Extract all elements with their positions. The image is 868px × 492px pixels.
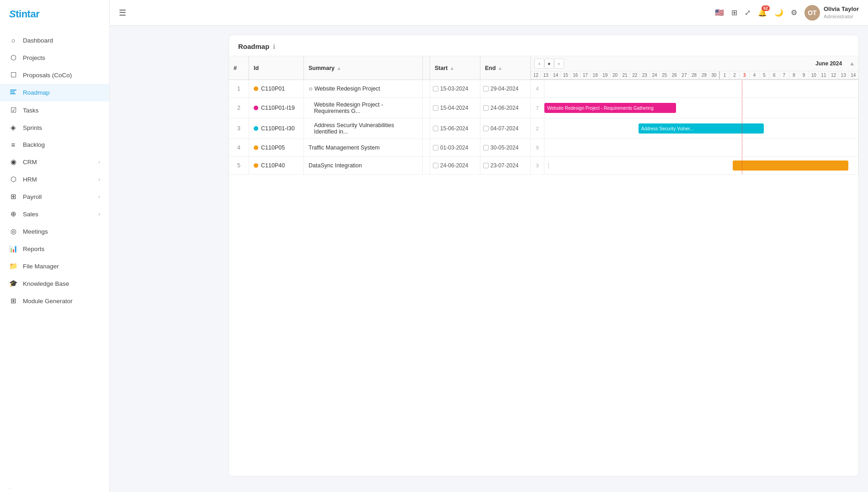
sidebar-item-filemanager[interactable]: 📁File Manager: [0, 257, 109, 275]
main-content: Roadmap ℹ # Id Summary ▲ Start ▲: [219, 26, 868, 492]
chart-date-26: 8: [789, 71, 799, 79]
chart-header: ‹ ● › June 2024 ▲ 1213141516171819202122…: [531, 56, 858, 80]
sidebar-item-meetings[interactable]: ◎Meetings: [0, 223, 109, 240]
grid-icon[interactable]: ⊞: [731, 8, 737, 17]
sidebar-label-sales: Sales: [23, 211, 93, 218]
start-checkbox-2[interactable]: [433, 126, 438, 131]
resize-handle[interactable]: ⋮: [544, 162, 553, 169]
row-id-text-1: C110P01-I19: [261, 105, 295, 111]
sidebar-item-crm[interactable]: ◉CRM›: [0, 153, 109, 171]
sidebar-item-backlog[interactable]: ≡Backlog: [0, 136, 109, 153]
end-checkbox-0[interactable]: [483, 86, 489, 91]
sidebar-item-modulegenerator[interactable]: ⊞Module Generator: [0, 292, 109, 310]
sidebar-item-payroll[interactable]: ⊞Payroll›: [0, 188, 109, 205]
col-header-end: End ▲: [480, 56, 531, 80]
chart-date-17: 29: [699, 71, 709, 79]
end-checkbox-3[interactable]: [483, 145, 489, 150]
sidebar-item-proposals[interactable]: ☐Proposals (CoCo): [0, 66, 109, 84]
sidebar-item-roadmap[interactable]: Roadmap: [0, 84, 109, 102]
chevron-icon-hrm: ›: [98, 176, 100, 182]
chart-date-22: 4: [750, 71, 760, 79]
chart-date-1: 13: [541, 71, 551, 79]
chart-date-20: 2: [730, 71, 740, 79]
gantt-body: 1C110P01⊖Website Redesign Project15-03-2…: [229, 80, 858, 476]
dark-mode-icon[interactable]: 🌙: [774, 8, 783, 17]
row-id-text-3: C110P05: [261, 144, 285, 151]
chart-date-11: 23: [640, 71, 650, 79]
sidebar-item-tasks[interactable]: ☑Tasks: [0, 102, 109, 119]
col-header-id: Id: [249, 56, 304, 80]
gantt-extra-3: 9: [531, 139, 544, 156]
sidebar-label-reports: Reports: [23, 246, 100, 252]
start-checkbox-3[interactable]: [433, 145, 438, 150]
sort-icon[interactable]: ▲: [336, 65, 341, 71]
col-header-spacer: [423, 56, 430, 80]
sidebar-item-sprints[interactable]: ◈Sprints: [0, 119, 109, 136]
hamburger-button[interactable]: ☰: [119, 8, 126, 18]
chart-date-23: 5: [760, 71, 770, 79]
collapse-icon-0[interactable]: ⊖: [309, 86, 313, 92]
settings-icon[interactable]: ⚙: [791, 8, 797, 17]
gantt-start-0: 15-03-2024: [430, 80, 480, 97]
end-checkbox-1[interactable]: [483, 105, 489, 111]
notifications-icon[interactable]: 🔔 52: [758, 8, 767, 17]
sidebar-item-knowledgebase[interactable]: 🎓Knowledge Base: [0, 275, 109, 292]
col-header-num: #: [229, 56, 249, 80]
gantt-extra-1: 7: [531, 98, 544, 118]
status-dot-4: [254, 163, 258, 168]
gantt-sep-4: [423, 157, 430, 174]
gantt-row-0: 1C110P01⊖Website Redesign Project15-03-2…: [229, 80, 858, 98]
gantt-extra-4: 3: [531, 157, 544, 174]
gantt-num-3: 4: [229, 139, 249, 156]
start-checkbox-0[interactable]: [433, 86, 438, 91]
end-checkbox-4[interactable]: [483, 163, 489, 168]
roadmap-header: Roadmap ℹ: [229, 35, 858, 56]
notification-count: 52: [761, 5, 770, 11]
chevron-icon-sales: ›: [98, 211, 100, 217]
chart-date-30: 12: [829, 71, 839, 79]
chart-date-7: 19: [600, 71, 610, 79]
col-header-summary: Summary ▲: [304, 56, 423, 80]
sidebar-label-roadmap: Roadmap: [23, 89, 100, 96]
start-checkbox-1[interactable]: [433, 105, 438, 111]
user-menu[interactable]: OT Olivia Taylor Administrator: [804, 5, 859, 21]
gantt-chart-cell-1: Website Redesign Project - Requirements …: [544, 98, 858, 118]
sidebar-label-knowledgebase: Knowledge Base: [23, 280, 100, 287]
chart-today-button[interactable]: ●: [544, 59, 554, 69]
sidebar-item-reports[interactable]: 📊Reports: [0, 240, 109, 257]
expand-icon[interactable]: ⤢: [745, 8, 751, 17]
sidebar-item-hrm[interactable]: ⬡HRM›: [0, 171, 109, 188]
sort-end-icon[interactable]: ▲: [498, 65, 503, 71]
user-text: Olivia Taylor Administrator: [824, 5, 859, 20]
end-checkbox-2[interactable]: [483, 126, 489, 131]
gantt-chart-cell-2: Address Security Vulner...: [544, 118, 858, 139]
scroll-up-icon[interactable]: ▲: [849, 60, 855, 67]
sort-start-icon[interactable]: ▲: [449, 65, 454, 71]
gantt-row-1: 2C110P01-I19Website Redesign Project - R…: [229, 98, 858, 118]
chart-next-button[interactable]: ›: [554, 59, 564, 69]
sidebar-icon-filemanager: 📁: [9, 262, 17, 270]
language-flag[interactable]: 🇺🇸: [715, 8, 724, 17]
sidebar-icon-reports: 📊: [9, 245, 17, 253]
today-line-2: [742, 118, 742, 139]
app-name: Stintar: [9, 8, 39, 20]
gantt-id-3: C110P05: [249, 139, 304, 156]
gantt-row-4: 5C110P40DataSync Integration24-06-202423…: [229, 157, 858, 175]
sidebar-icon-projects: ⬡: [9, 53, 17, 62]
chart-prev-button[interactable]: ‹: [534, 59, 544, 69]
sidebar-icon-roadmap: [9, 88, 17, 97]
sidebar-icon-hrm: ⬡: [9, 175, 17, 183]
sidebar-label-hrm: HRM: [23, 176, 93, 183]
status-dot-0: [254, 86, 258, 91]
sidebar-icon-dashboard: ○: [9, 37, 17, 44]
chart-date-18: 30: [709, 71, 719, 79]
sidebar-item-sales[interactable]: ⊕Sales›: [0, 205, 109, 223]
gantt-id-4: C110P40: [249, 157, 304, 174]
svg-rect-2: [10, 93, 16, 94]
start-checkbox-4[interactable]: [433, 163, 438, 168]
today-line-3: [742, 139, 742, 156]
sidebar-item-projects[interactable]: ⬡Projects: [0, 49, 109, 66]
info-icon[interactable]: ℹ: [273, 43, 275, 50]
sidebar-item-dashboard[interactable]: ○Dashboard: [0, 32, 109, 49]
summary-text-3: Traffic Management System: [309, 144, 380, 151]
